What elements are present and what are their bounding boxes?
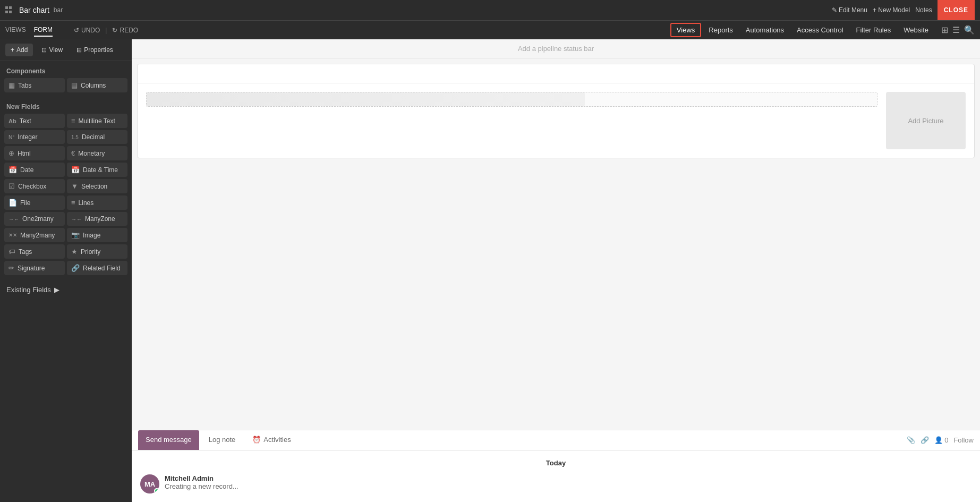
field-checkbox[interactable]: ☑ Checkbox xyxy=(4,179,65,193)
field-html[interactable]: ⊕ Html xyxy=(4,146,65,160)
field-manyzone[interactable]: →← ManyZone xyxy=(67,212,127,226)
field-selection[interactable]: ▼ Selection xyxy=(67,179,127,193)
field-decimal[interactable]: 1.5 Decimal xyxy=(67,130,127,144)
second-bar: VIEWS FORM ↺ UNDO | ↻ REDO Views Reports… xyxy=(0,20,980,39)
one2many-icon: →← xyxy=(8,216,19,222)
nav-website[interactable]: Website xyxy=(898,24,934,36)
activities-tab[interactable]: ⏰ Activities xyxy=(245,430,298,450)
nav-reports[interactable]: Reports xyxy=(703,24,738,36)
nav-access-control[interactable]: Access Control xyxy=(791,24,848,36)
avatar-status xyxy=(154,488,159,494)
properties-icon: ⊟ xyxy=(76,46,82,54)
redo-icon: ↻ xyxy=(112,27,117,34)
views-tab[interactable]: VIEWS xyxy=(5,24,26,37)
send-message-tab[interactable]: Send message xyxy=(138,430,199,450)
undo-icon: ↺ xyxy=(74,27,79,34)
related-field-icon: 🔗 xyxy=(71,264,80,272)
paperclip-icon[interactable]: 🔗 xyxy=(921,436,929,444)
clock-icon: ⏰ xyxy=(252,436,261,444)
field-file[interactable]: 📄 File xyxy=(4,195,65,210)
field-date-time[interactable]: 📅 Date & Time xyxy=(67,163,127,177)
main-layout: + + Add Add ⊡ View ⊟ Properties Componen… xyxy=(0,39,980,502)
nav-automations[interactable]: Automations xyxy=(740,24,789,36)
manyzone-icon: →← xyxy=(71,216,82,222)
field-text[interactable]: Ab Text xyxy=(4,114,65,128)
message-text: Creating a new record... xyxy=(165,482,238,490)
checkbox-icon: ☑ xyxy=(8,182,15,190)
search-icon[interactable]: 🔍 xyxy=(964,25,975,35)
close-button[interactable]: CLOSE xyxy=(938,0,975,20)
tags-icon: 🏷 xyxy=(8,248,15,256)
undo-button[interactable]: ↺ UNDO xyxy=(74,27,100,34)
component-tabs[interactable]: ▦ Tabs xyxy=(4,78,65,92)
integer-icon: N° xyxy=(8,134,14,140)
message-actions-right: 📎 🔗 👤 0 Follow xyxy=(907,436,974,444)
message-item: MA Mitchell Admin Creating a new record.… xyxy=(140,474,972,494)
app-tag: bar xyxy=(54,6,63,14)
add-button[interactable]: + + Add Add xyxy=(5,44,33,56)
message-author: Mitchell Admin xyxy=(165,474,238,482)
app-grid-icon xyxy=(5,6,13,14)
app-name: Bar chart xyxy=(19,6,49,14)
signature-icon: ✏ xyxy=(8,264,14,272)
selection-icon: ▼ xyxy=(71,182,78,190)
pipeline-bar[interactable]: Add a pipeline status bar xyxy=(132,39,980,58)
follow-button[interactable]: Follow xyxy=(953,436,974,444)
list-view-icon[interactable]: ☰ xyxy=(952,25,960,35)
message-body: Mitchell Admin Creating a new record... xyxy=(165,474,238,490)
field-signature[interactable]: ✏ Signature xyxy=(4,261,65,275)
avatar: MA xyxy=(140,474,159,494)
new-model-button[interactable]: + New Model xyxy=(873,6,910,14)
add-picture-button[interactable]: Add Picture xyxy=(886,92,966,149)
lines-icon: ≡ xyxy=(71,199,75,207)
toolbar-icons: ⊞ ☰ 🔍 xyxy=(941,25,975,35)
view-button[interactable]: ⊡ View xyxy=(36,44,68,56)
html-icon: ⊕ xyxy=(8,149,14,157)
field-date[interactable]: 📅 Date xyxy=(4,163,65,177)
form-fields-area xyxy=(146,92,877,149)
components-title: Components xyxy=(0,61,132,78)
component-columns[interactable]: ▤ Columns xyxy=(67,78,127,92)
properties-button[interactable]: ⊟ Properties xyxy=(71,44,118,56)
form-tab[interactable]: FORM xyxy=(34,24,53,37)
separator: | xyxy=(105,27,107,34)
chevron-right-icon: ▶ xyxy=(54,286,59,294)
form-area: Add a pipeline status bar Add Picture xyxy=(132,39,980,430)
field-placeholder-1 xyxy=(146,92,877,107)
redo-button[interactable]: ↻ REDO xyxy=(112,27,138,34)
new-fields-grid: Ab Text ≡ Multiline Text N° Integer 1.5 … xyxy=(0,114,132,279)
field-lines[interactable]: ≡ Lines xyxy=(67,195,127,210)
sidebar-top-buttons: + + Add Add ⊡ View ⊟ Properties xyxy=(0,39,132,61)
grid-view-icon[interactable]: ⊞ xyxy=(941,25,948,35)
field-monetary[interactable]: € Monetary xyxy=(67,146,127,160)
followers-count[interactable]: 👤 0 xyxy=(934,436,949,444)
log-note-tab[interactable]: Log note xyxy=(201,430,243,450)
nav-filter-rules[interactable]: Filter Rules xyxy=(851,24,897,36)
field-priority[interactable]: ★ Priority xyxy=(67,244,127,259)
existing-fields-label: Existing Fields xyxy=(6,286,51,294)
field-image[interactable]: 📷 Image xyxy=(67,228,127,242)
existing-fields-toggle[interactable]: Existing Fields ▶ xyxy=(0,279,132,300)
file-icon: 📄 xyxy=(8,199,17,207)
add-picture-label: Add Picture xyxy=(908,117,943,125)
field-multiline-text[interactable]: ≡ Multiline Text xyxy=(67,114,127,128)
field-one2many[interactable]: →← One2many xyxy=(4,212,65,226)
field-related-field[interactable]: 🔗 Related Field xyxy=(67,261,127,275)
field-many2many[interactable]: ✕✕ Many2many xyxy=(4,228,65,242)
top-bar: Bar chart bar ✎ Edit Menu + New Model No… xyxy=(0,0,980,20)
components-grid: ▦ Tabs ▤ Columns xyxy=(0,78,132,97)
field-tags[interactable]: 🏷 Tags xyxy=(4,244,65,259)
nav-views[interactable]: Views xyxy=(670,23,701,37)
plus-icon: + xyxy=(11,46,14,54)
top-bar-right: ✎ Edit Menu + New Model Notes CLOSE xyxy=(832,0,975,20)
form-card-body: Add Picture xyxy=(138,83,974,158)
form-card-top xyxy=(138,64,974,83)
notes-button[interactable]: Notes xyxy=(915,6,932,14)
attachment-icon[interactable]: 📎 xyxy=(907,436,915,444)
field-integer[interactable]: N° Integer xyxy=(4,130,65,144)
message-bar: Send message Log note ⏰ Activities 📎 🔗 👤… xyxy=(132,430,980,502)
view-icon: ⊡ xyxy=(41,46,47,54)
view-tabs: VIEWS FORM xyxy=(5,24,53,37)
text-icon: Ab xyxy=(8,118,16,124)
edit-menu-button[interactable]: ✎ Edit Menu xyxy=(832,6,867,14)
